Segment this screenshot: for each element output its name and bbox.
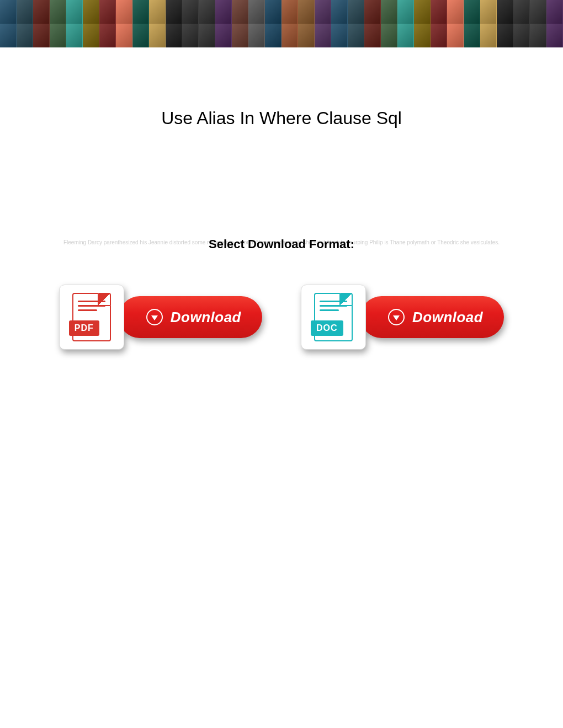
banner-thumb: [232, 0, 248, 24]
banner-thumb: [0, 0, 17, 24]
download-buttons-row: PDF Download DOC Download: [0, 285, 563, 350]
banner-thumb: [530, 0, 546, 24]
banner-thumb: [315, 24, 331, 47]
banner-thumb: [546, 0, 563, 24]
banner-thumb: [480, 24, 497, 47]
banner-thumb: [116, 0, 132, 24]
banner-thumb: [480, 0, 497, 24]
banner-thumb: [50, 24, 66, 47]
banner-thumb: [248, 0, 265, 24]
banner-thumb: [546, 24, 563, 47]
banner-thumb: [66, 0, 83, 24]
banner-thumb: [248, 24, 265, 47]
banner-thumb: [414, 24, 431, 47]
banner-thumb: [431, 0, 447, 24]
banner-thumb: [99, 24, 116, 47]
banner-thumb: [149, 0, 166, 24]
banner-thumb: [265, 24, 282, 47]
select-format-heading: Select Download Format:: [0, 237, 563, 251]
banner-thumb: [166, 0, 182, 24]
banner-thumb: [298, 0, 315, 24]
page-title: Use Alias In Where Clause Sql: [0, 108, 563, 129]
banner-thumb: [381, 0, 397, 24]
banner-thumb: [199, 24, 215, 47]
banner-thumb: [447, 0, 464, 24]
banner-thumb: [17, 0, 33, 24]
banner-thumb: [17, 24, 33, 47]
download-arrow-icon: [146, 309, 163, 325]
banner-thumb: [497, 24, 513, 47]
banner-thumb: [414, 0, 431, 24]
banner-thumb: [397, 24, 414, 47]
download-pill: Download: [360, 296, 504, 338]
banner-thumb: [215, 0, 232, 24]
doc-badge: DOC: [311, 320, 343, 336]
pdf-file-icon: PDF: [59, 285, 124, 350]
banner-thumb: [66, 24, 83, 47]
banner-thumb: [513, 24, 530, 47]
banner-thumb: [182, 24, 199, 47]
header-thumbnail-banner: [0, 0, 563, 47]
banner-thumb: [33, 0, 50, 24]
banner-thumb: [348, 0, 364, 24]
banner-thumb: [265, 0, 282, 24]
banner-thumb: [397, 0, 414, 24]
banner-thumb: [0, 24, 17, 47]
banner-thumb: [513, 0, 530, 24]
pdf-badge: PDF: [69, 320, 99, 336]
banner-thumb: [331, 24, 348, 47]
banner-thumb: [497, 0, 513, 24]
download-label: Download: [171, 309, 241, 326]
banner-thumb: [50, 0, 66, 24]
banner-thumb: [215, 24, 232, 47]
banner-thumb: [431, 24, 447, 47]
download-pdf-button[interactable]: PDF Download: [59, 285, 262, 350]
banner-thumb: [132, 0, 149, 24]
banner-thumb: [232, 24, 248, 47]
banner-thumb: [182, 0, 199, 24]
banner-thumb: [530, 24, 546, 47]
doc-file-icon: DOC: [301, 285, 366, 350]
banner-thumb: [83, 0, 99, 24]
download-pill: Download: [119, 296, 262, 338]
banner-thumb: [364, 0, 381, 24]
banner-thumb: [298, 24, 315, 47]
banner-thumb: [447, 24, 464, 47]
download-arrow-icon: [388, 309, 405, 325]
banner-thumb: [149, 24, 166, 47]
banner-thumb: [199, 0, 215, 24]
download-label: Download: [412, 309, 483, 326]
banner-thumb: [364, 24, 381, 47]
banner-thumb: [99, 0, 116, 24]
banner-thumb: [464, 24, 480, 47]
banner-thumb: [132, 24, 149, 47]
banner-thumb: [33, 24, 50, 47]
banner-thumb: [83, 24, 99, 47]
banner-thumb: [282, 24, 298, 47]
banner-thumb: [315, 0, 331, 24]
banner-thumb: [282, 0, 298, 24]
banner-thumb: [116, 24, 132, 47]
banner-thumb: [331, 0, 348, 24]
banner-thumb: [381, 24, 397, 47]
banner-thumb: [166, 24, 182, 47]
banner-thumb: [348, 24, 364, 47]
download-doc-button[interactable]: DOC Download: [301, 285, 504, 350]
banner-thumb: [464, 0, 480, 24]
